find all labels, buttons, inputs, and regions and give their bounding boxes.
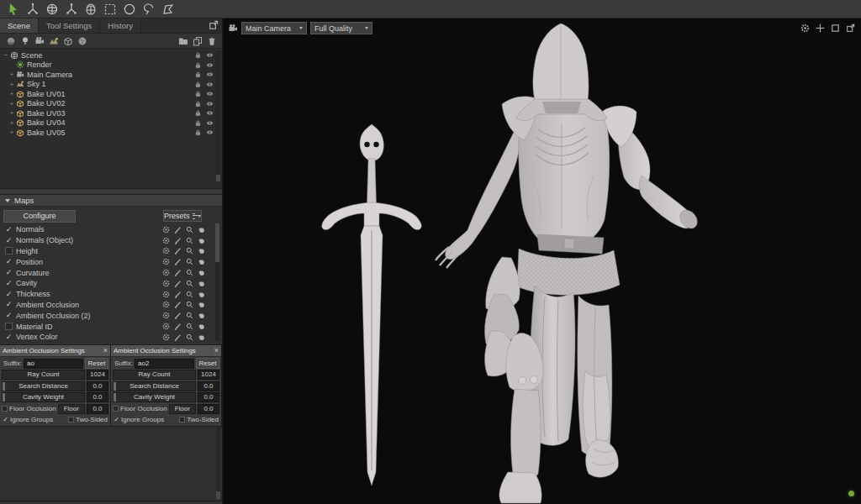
settings-gear-icon[interactable] xyxy=(162,312,170,319)
edit-pencil-icon[interactable] xyxy=(174,237,182,244)
popout-icon[interactable] xyxy=(846,24,855,33)
reset-button[interactable]: Reset xyxy=(196,358,219,369)
visibility-eye-icon[interactable] xyxy=(206,129,214,136)
tree-item-main-camera[interactable]: + Main Camera xyxy=(0,70,222,80)
floor-value[interactable]: 0.0 xyxy=(198,404,219,414)
rect-select-tool-button[interactable] xyxy=(100,1,119,18)
bake-fill-icon[interactable] xyxy=(198,280,205,287)
bake-fill-icon[interactable] xyxy=(198,291,205,298)
two-sided-checkbox[interactable] xyxy=(68,417,74,423)
bake-fill-icon[interactable] xyxy=(198,258,205,265)
edit-pencil-icon[interactable] xyxy=(174,291,182,298)
settings-gear-icon[interactable] xyxy=(162,247,170,255)
floor-value[interactable]: 0.0 xyxy=(87,404,108,414)
add-sky-icon[interactable] xyxy=(46,34,61,47)
edit-pencil-icon[interactable] xyxy=(174,323,182,330)
3d-viewport[interactable]: Main Camera Full Quality xyxy=(224,18,861,504)
lock-icon[interactable] xyxy=(194,129,202,136)
floor-slider[interactable]: Floor xyxy=(169,404,196,414)
map-checkbox[interactable]: ✓ xyxy=(5,301,13,308)
ignore-groups-toggle[interactable]: ✓ Ignore Groups xyxy=(114,416,164,423)
visibility-eye-icon[interactable] xyxy=(206,90,214,97)
lasso-select-tool-button[interactable] xyxy=(139,1,158,18)
popout-panel-icon[interactable] xyxy=(209,20,219,30)
edit-pencil-icon[interactable] xyxy=(174,301,182,308)
preview-magnifier-icon[interactable] xyxy=(186,237,193,244)
edit-pencil-icon[interactable] xyxy=(174,280,182,287)
add-material-icon[interactable] xyxy=(75,34,89,47)
preview-magnifier-icon[interactable] xyxy=(186,269,193,276)
preview-magnifier-icon[interactable] xyxy=(186,258,193,265)
floor-occlusion-checkbox[interactable] xyxy=(2,406,8,412)
polygon-select-tool-button[interactable] xyxy=(158,1,177,18)
lock-icon[interactable] xyxy=(194,90,202,97)
search-distance-slider[interactable]: Search Distance xyxy=(2,381,85,391)
bake-fill-icon[interactable] xyxy=(198,312,205,319)
expander-icon[interactable]: + xyxy=(8,129,15,136)
settings-gear-icon[interactable] xyxy=(162,258,170,265)
preview-magnifier-icon[interactable] xyxy=(186,291,193,298)
map-row-cavity[interactable]: ✓ Cavity xyxy=(2,278,220,289)
map-row-ambient-occlusion[interactable]: ✓ Ambient Occlusion xyxy=(2,300,220,311)
settings-gear-icon[interactable] xyxy=(162,323,170,330)
expander-icon[interactable]: + xyxy=(8,119,15,127)
lock-icon[interactable] xyxy=(194,100,202,108)
maximize-icon[interactable] xyxy=(831,24,840,33)
configure-button[interactable]: Configure xyxy=(3,210,76,223)
settings-gear-icon[interactable] xyxy=(162,333,170,341)
map-checkbox[interactable]: ✓ xyxy=(5,333,13,341)
camera-dropdown[interactable]: Main Camera xyxy=(241,22,307,34)
map-checkbox[interactable] xyxy=(5,323,13,330)
settings-gear-icon[interactable] xyxy=(162,280,170,287)
close-icon[interactable]: × xyxy=(213,346,219,354)
maps-scrollbar[interactable] xyxy=(215,223,219,341)
edit-pencil-icon[interactable] xyxy=(174,333,182,341)
maps-section-header[interactable]: Maps xyxy=(0,195,222,207)
add-bake-icon[interactable] xyxy=(61,34,75,47)
map-row-ambient-occlusion-2[interactable]: ✓ Ambient Occlusion (2) xyxy=(2,310,220,321)
suffix-input[interactable]: ao2 xyxy=(135,359,194,369)
duplicate-icon[interactable] xyxy=(190,34,204,47)
edit-pencil-icon[interactable] xyxy=(174,226,182,234)
edit-pencil-icon[interactable] xyxy=(174,258,182,265)
floor-occlusion-checkbox[interactable] xyxy=(113,406,119,412)
bake-fill-icon[interactable] xyxy=(198,247,205,255)
visibility-eye-icon[interactable] xyxy=(206,71,214,78)
map-row-vertex-color[interactable]: ✓ Vertex Color xyxy=(2,332,220,343)
expander-icon[interactable]: + xyxy=(8,100,15,108)
tree-item-bake-uv02[interactable]: + Bake UV02 xyxy=(0,99,222,109)
close-icon[interactable]: × xyxy=(102,346,108,354)
knight-model-render[interactable] xyxy=(224,18,861,504)
search-distance-slider[interactable]: Search Distance xyxy=(113,381,196,391)
two-sided-toggle[interactable]: Two-Sided xyxy=(179,416,219,423)
expander-icon[interactable]: + xyxy=(8,81,15,88)
cavity-weight-slider[interactable]: Cavity Weight xyxy=(113,392,196,402)
map-checkbox[interactable] xyxy=(5,247,13,255)
ray-count-value[interactable]: 1024 xyxy=(198,370,219,380)
bake-fill-icon[interactable] xyxy=(198,237,205,244)
ignore-groups-checkbox[interactable]: ✓ xyxy=(3,417,8,423)
visibility-eye-icon[interactable] xyxy=(206,109,214,117)
lock-icon[interactable] xyxy=(194,61,202,69)
search-distance-value[interactable]: 0.0 xyxy=(198,381,219,391)
map-row-curvature[interactable]: ✓ Curvature xyxy=(2,267,220,278)
tree-item-bake-uv01[interactable]: + Bake UV01 xyxy=(0,89,222,99)
expander-icon[interactable]: + xyxy=(8,109,15,117)
visibility-eye-icon[interactable] xyxy=(206,119,214,127)
add-mesh-icon[interactable] xyxy=(3,34,18,47)
settings-gear-icon[interactable] xyxy=(162,226,170,234)
suffix-input[interactable]: ao xyxy=(24,359,83,369)
map-row-height[interactable]: Height xyxy=(2,246,220,257)
map-row-material-id[interactable]: Material ID xyxy=(2,321,220,332)
visibility-eye-icon[interactable] xyxy=(206,100,214,108)
tree-item-bake-uv03[interactable]: + Bake UV03 xyxy=(0,108,222,118)
quality-dropdown[interactable]: Full Quality xyxy=(310,22,372,34)
preview-magnifier-icon[interactable] xyxy=(186,280,193,287)
preview-magnifier-icon[interactable] xyxy=(186,247,193,255)
tab-tool-settings[interactable]: Tool Settings xyxy=(39,18,100,33)
bake-fill-icon[interactable] xyxy=(198,323,205,330)
ray-count-value[interactable]: 1024 xyxy=(87,370,108,380)
transform-tool-button[interactable] xyxy=(81,1,100,18)
search-distance-value[interactable]: 0.0 xyxy=(87,381,108,391)
folder-icon[interactable] xyxy=(176,34,190,47)
